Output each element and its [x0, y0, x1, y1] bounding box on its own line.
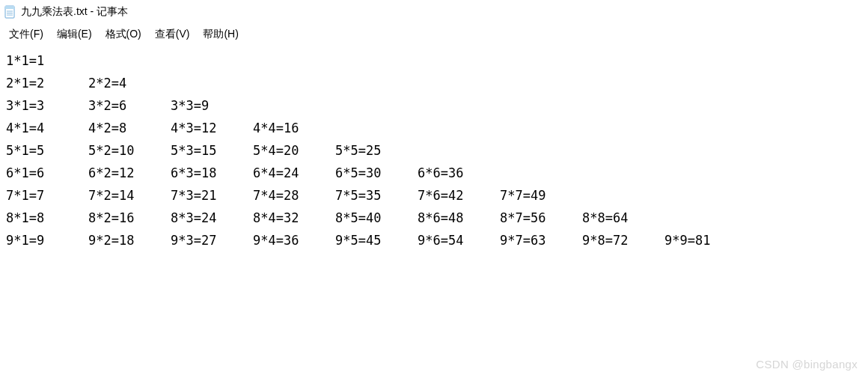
table-cell: 2*2=4: [88, 72, 171, 94]
table-cell: 6*2=12: [88, 162, 171, 184]
text-line: 4*1=44*2=84*3=124*4=16: [6, 117, 862, 139]
table-cell: 7*7=49: [500, 184, 582, 207]
table-cell: 8*3=24: [171, 207, 253, 229]
table-cell: 9*8=72: [582, 229, 664, 252]
table-cell: 9*1=9: [6, 229, 88, 252]
table-cell: 7*5=35: [335, 184, 418, 207]
table-cell: 5*1=5: [6, 139, 88, 162]
menu-view[interactable]: 查看(V): [149, 25, 198, 43]
table-cell: 3*2=6: [88, 94, 171, 117]
text-editor-area[interactable]: 1*1=12*1=22*2=43*1=33*2=63*3=94*1=44*2=8…: [0, 45, 868, 378]
table-cell: 4*3=12: [171, 117, 253, 139]
table-cell: 6*3=18: [171, 162, 253, 184]
table-cell: 9*6=54: [418, 229, 500, 252]
text-line: 3*1=33*2=63*3=9: [6, 94, 862, 117]
svg-rect-1: [5, 6, 14, 9]
table-cell: 8*8=64: [582, 207, 664, 229]
table-cell: 7*2=14: [88, 184, 171, 207]
text-line: 8*1=88*2=168*3=248*4=328*5=408*6=488*7=5…: [6, 207, 862, 229]
table-cell: 4*1=4: [6, 117, 88, 139]
table-cell: 9*9=81: [664, 229, 747, 252]
table-cell: 7*4=28: [253, 184, 335, 207]
table-cell: 1*1=1: [6, 49, 88, 72]
notepad-file-icon: [4, 5, 16, 19]
text-line: 9*1=99*2=189*3=279*4=369*5=459*6=549*7=6…: [6, 229, 862, 252]
table-cell: 7*1=7: [6, 184, 88, 207]
table-cell: 3*1=3: [6, 94, 88, 117]
text-line: 2*1=22*2=4: [6, 72, 862, 94]
table-cell: 7*6=42: [418, 184, 500, 207]
table-cell: 9*4=36: [253, 229, 335, 252]
text-line: 7*1=77*2=147*3=217*4=287*5=357*6=427*7=4…: [6, 184, 862, 207]
menu-file[interactable]: 文件(F): [3, 25, 51, 43]
table-cell: 4*4=16: [253, 117, 335, 139]
menu-edit[interactable]: 编辑(E): [51, 25, 100, 43]
table-cell: 9*5=45: [335, 229, 418, 252]
text-line: 1*1=1: [6, 49, 862, 72]
text-line: 6*1=66*2=126*3=186*4=246*5=306*6=36: [6, 162, 862, 184]
table-cell: 6*5=30: [335, 162, 418, 184]
titlebar: 九九乘法表.txt - 记事本: [0, 0, 868, 24]
table-cell: 6*1=6: [6, 162, 88, 184]
table-cell: 5*3=15: [171, 139, 253, 162]
table-cell: 8*7=56: [500, 207, 582, 229]
table-cell: 5*5=25: [335, 139, 418, 162]
table-cell: 6*6=36: [418, 162, 500, 184]
watermark: CSDN @bingbangx: [756, 358, 858, 371]
table-cell: 2*1=2: [6, 72, 88, 94]
table-cell: 8*5=40: [335, 207, 418, 229]
table-cell: 8*2=16: [88, 207, 171, 229]
table-cell: 8*1=8: [6, 207, 88, 229]
table-cell: 4*2=8: [88, 117, 171, 139]
table-cell: 9*3=27: [171, 229, 253, 252]
table-cell: 8*6=48: [418, 207, 500, 229]
table-cell: 6*4=24: [253, 162, 335, 184]
table-cell: 3*3=9: [171, 94, 253, 117]
table-cell: 9*7=63: [500, 229, 582, 252]
table-cell: 5*2=10: [88, 139, 171, 162]
table-cell: 7*3=21: [171, 184, 253, 207]
menubar: 文件(F) 编辑(E) 格式(O) 查看(V) 帮助(H): [0, 24, 868, 45]
menu-format[interactable]: 格式(O): [100, 25, 149, 43]
menu-help[interactable]: 帮助(H): [197, 25, 245, 43]
text-line: 5*1=55*2=105*3=155*4=205*5=25: [6, 139, 862, 162]
window-title: 九九乘法表.txt - 记事本: [21, 5, 128, 19]
table-cell: 9*2=18: [88, 229, 171, 252]
table-cell: 5*4=20: [253, 139, 335, 162]
table-cell: 8*4=32: [253, 207, 335, 229]
